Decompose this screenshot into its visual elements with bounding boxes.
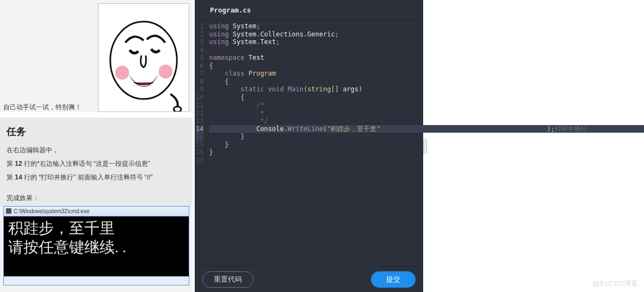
task-title: 任务 — [7, 125, 186, 138]
meme-block: 自己动手试一试，特别爽！ — [0, 0, 193, 112]
console-titlebar: C:\Windows\system32\cmd.exe — [4, 207, 189, 216]
task-step-2: 第 14 行的 “打印并换行” 前面输入单行注释符号 “//” — [7, 171, 186, 184]
svg-point-2 — [159, 65, 173, 79]
task-intro: 在右边编辑器中， — [7, 144, 186, 157]
console-preview: C:\Windows\system32\cmd.exe 积跬步，至千里 请按任意… — [3, 206, 189, 285]
console-icon — [6, 208, 11, 214]
submit-button[interactable]: 提交 — [371, 271, 416, 288]
pane-resize-handle[interactable] — [423, 0, 426, 292]
meme-image — [98, 3, 189, 112]
action-bar: 重置代码 提交 — [195, 266, 423, 292]
task-section: 任务 在右边编辑器中， 第 12 行的*右边输入注释语句 “这是一段提示信息” … — [0, 117, 193, 191]
editor-pane: Program.cs 1234567891011121314151617 usi… — [195, 0, 423, 292]
svg-point-0 — [110, 22, 177, 99]
tab-program-cs[interactable]: Program.cs — [202, 3, 258, 17]
line-gutter: 1234567891011121314151617 — [195, 20, 207, 266]
result-label: 完成效果： — [0, 191, 193, 206]
svg-point-3 — [174, 107, 181, 111]
task-step-1: 第 12 行的*右边输入注释语句 “这是一段提示信息” — [7, 157, 186, 171]
watermark: @51CTO博客 — [592, 279, 639, 289]
code-area[interactable]: 1234567891011121314151617 using System;u… — [195, 20, 423, 266]
instructions-pane[interactable]: 自己动手试一试，特别爽！ — [0, 0, 193, 292]
svg-point-1 — [115, 66, 129, 80]
console-output: 积跬步，至千里 请按任意键继续. . — [4, 216, 189, 276]
reset-button[interactable]: 重置代码 — [202, 271, 253, 288]
meme-caption: 自己动手试一试，特别爽！ — [3, 103, 82, 112]
tab-bar: Program.cs — [195, 0, 423, 20]
console-statusbar — [4, 276, 189, 285]
console-title: C:\Windows\system32\cmd.exe — [14, 208, 90, 214]
code-text[interactable]: using System;using System.Collections.Ge… — [207, 20, 484, 266]
